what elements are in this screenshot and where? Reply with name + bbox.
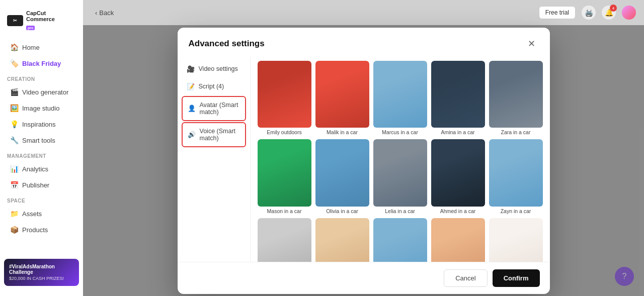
- sidebar-item-image-studio[interactable]: 🖼️ Image studio: [3, 100, 80, 116]
- logo-icon: ✂: [7, 15, 23, 26]
- avatar-img-12: [315, 218, 369, 262]
- avatar-name-6: Mason in a car: [258, 207, 311, 214]
- avatar-img-9: [431, 139, 485, 207]
- modal-footer: Cancel Confirm: [178, 262, 550, 294]
- confirm-button[interactable]: Confirm: [493, 269, 540, 287]
- cancel-button[interactable]: Cancel: [444, 269, 487, 287]
- video-generator-icon: 🎬: [10, 88, 18, 96]
- avatar-img-2: [315, 61, 369, 128]
- nav-voice[interactable]: 🔊 Voice (Smart match): [182, 122, 246, 147]
- sidebar-item-publisher[interactable]: 📅 Publisher: [3, 177, 80, 193]
- avatar-name-2: Malik in a car: [315, 128, 369, 135]
- modal-nav: 🎥 Video settings 📝 Script (4) 👤 Avatar (…: [178, 57, 251, 262]
- avatar-name-7: Olivia in a car: [315, 207, 369, 214]
- analytics-icon: 📊: [10, 165, 18, 173]
- logo-text: CapCut Commerce pro: [26, 10, 76, 31]
- avatar-name-4: Amina in a car: [431, 128, 485, 135]
- sidebar-item-products[interactable]: 📦 Products: [3, 222, 80, 238]
- avatar-img-4: [431, 61, 485, 128]
- notification-icon[interactable]: 🔔 4: [602, 6, 616, 20]
- modal-header: Advanced settings ✕: [178, 28, 550, 57]
- app-logo: ✂ CapCut Commerce pro: [0, 6, 83, 39]
- avatar-card-1[interactable]: Emily outdoors: [258, 61, 311, 136]
- avatar-img-3: [373, 61, 427, 128]
- avatar-card-7[interactable]: Olivia in a car: [315, 139, 369, 214]
- notification-badge: 4: [610, 5, 617, 12]
- avatar-card-10[interactable]: Zayn in a car: [489, 139, 543, 214]
- script-icon: 📝: [187, 83, 195, 90]
- black-friday-icon: 🏷️: [10, 59, 18, 67]
- avatar-img-8: [373, 139, 427, 207]
- print-icon[interactable]: 🖨️: [582, 6, 596, 20]
- nav-video-settings-label: Video settings: [199, 65, 238, 72]
- publisher-icon: 📅: [10, 181, 18, 189]
- avatar-card-8[interactable]: Lelia in a car: [373, 139, 427, 214]
- avatar-name-8: Lelia in a car: [373, 207, 427, 214]
- sidebar: ✂ CapCut Commerce pro 🏠 Home 🏷️ Black Fr…: [0, 0, 83, 296]
- nav-script-label: Script (4): [199, 83, 224, 90]
- avatar-img-11: [258, 218, 311, 262]
- creation-section-label: Creation: [0, 71, 83, 84]
- avatar-img-13: [373, 218, 427, 262]
- management-section-label: Management: [0, 148, 83, 161]
- nav-avatar[interactable]: 👤 Avatar (Smart match): [182, 96, 246, 121]
- modal-body: 🎥 Video settings 📝 Script (4) 👤 Avatar (…: [178, 57, 550, 262]
- avatar-card-11[interactable]: [258, 218, 311, 262]
- avatar-card-12[interactable]: [315, 218, 369, 262]
- promo-subtitle: $20,000 IN CASH PRIZES!: [9, 276, 74, 281]
- modal-title: Advanced settings: [189, 39, 265, 49]
- back-arrow-icon: ‹: [95, 9, 97, 17]
- avatar-name-10: Zayn in a car: [489, 207, 543, 214]
- sidebar-item-video-generator[interactable]: 🎬 Video generator: [3, 84, 80, 100]
- avatar-card-6[interactable]: Mason in a car: [258, 139, 311, 214]
- avatar-img-7: [315, 139, 369, 207]
- back-button[interactable]: ‹ Back: [91, 7, 118, 19]
- user-avatar[interactable]: [622, 6, 636, 20]
- avatar-card-14[interactable]: [431, 218, 485, 262]
- avatar-img-15: [489, 218, 543, 262]
- avatar-card-5[interactable]: Zara in a car: [489, 61, 543, 136]
- avatar-nav-icon: 👤: [188, 105, 196, 112]
- assets-icon: 📁: [10, 210, 18, 218]
- avatar-name-1: Emily outdoors: [258, 128, 311, 135]
- products-icon: 📦: [10, 226, 18, 234]
- space-section-label: Space: [0, 193, 83, 206]
- sidebar-item-assets[interactable]: 📁 Assets: [3, 206, 80, 222]
- avatar-img-14: [431, 218, 485, 262]
- avatar-card-9[interactable]: Ahmed in a car: [431, 139, 485, 214]
- video-settings-icon: 🎥: [187, 65, 195, 73]
- nav-script[interactable]: 📝 Script (4): [182, 78, 246, 95]
- topbar-right: Free trial 🖨️ 🔔 4: [539, 6, 636, 20]
- avatar-name-3: Marcus in a car: [373, 128, 427, 135]
- avatar-card-15[interactable]: [489, 218, 543, 262]
- avatar-img-6: [258, 139, 311, 207]
- sidebar-item-inspirations[interactable]: 💡 Inspirations: [3, 116, 80, 132]
- logo-badge: pro: [26, 26, 35, 30]
- voice-icon: 🔊: [188, 131, 196, 138]
- sidebar-item-smart-tools[interactable]: 🔧 Smart tools: [3, 132, 80, 148]
- avatar-card-13[interactable]: [373, 218, 427, 262]
- avatar-card-2[interactable]: Malik in a car: [315, 61, 369, 136]
- back-label: Back: [99, 9, 114, 17]
- advanced-settings-modal: Advanced settings ✕ 🎥 Video settings 📝 S…: [178, 28, 550, 294]
- avatar-card-4[interactable]: Amina in a car: [431, 61, 485, 136]
- sidebar-item-home[interactable]: 🏠 Home: [3, 39, 80, 55]
- avatar-name-9: Ahmed in a car: [431, 207, 485, 214]
- image-studio-icon: 🖼️: [10, 104, 18, 112]
- modal-overlay: Advanced settings ✕ 🎥 Video settings 📝 S…: [83, 25, 644, 296]
- home-icon: 🏠: [10, 43, 18, 51]
- nav-video-settings[interactable]: 🎥 Video settings: [182, 61, 246, 77]
- close-modal-button[interactable]: ✕: [525, 37, 539, 51]
- avatar-img-5: [489, 61, 543, 128]
- topbar: ‹ Back Free trial 🖨️ 🔔 4: [83, 0, 644, 25]
- free-trial-button[interactable]: Free trial: [539, 6, 576, 19]
- sidebar-item-analytics[interactable]: 📊 Analytics: [3, 161, 80, 177]
- avatar-grid-container: Emily outdoors Malik in a car Marcus in …: [251, 57, 550, 262]
- avatar-grid: Emily outdoors Malik in a car Marcus in …: [258, 61, 543, 262]
- sidebar-item-black-friday[interactable]: 🏷️ Black Friday: [3, 55, 80, 71]
- avatar-card-3[interactable]: Marcus in a car: [373, 61, 427, 136]
- smart-tools-icon: 🔧: [10, 136, 18, 144]
- inspirations-icon: 💡: [10, 120, 18, 128]
- nav-voice-label: Voice (Smart match): [200, 128, 240, 142]
- promo-banner[interactable]: #ViralAdsMarathon Challenge $20,000 IN C…: [4, 259, 79, 286]
